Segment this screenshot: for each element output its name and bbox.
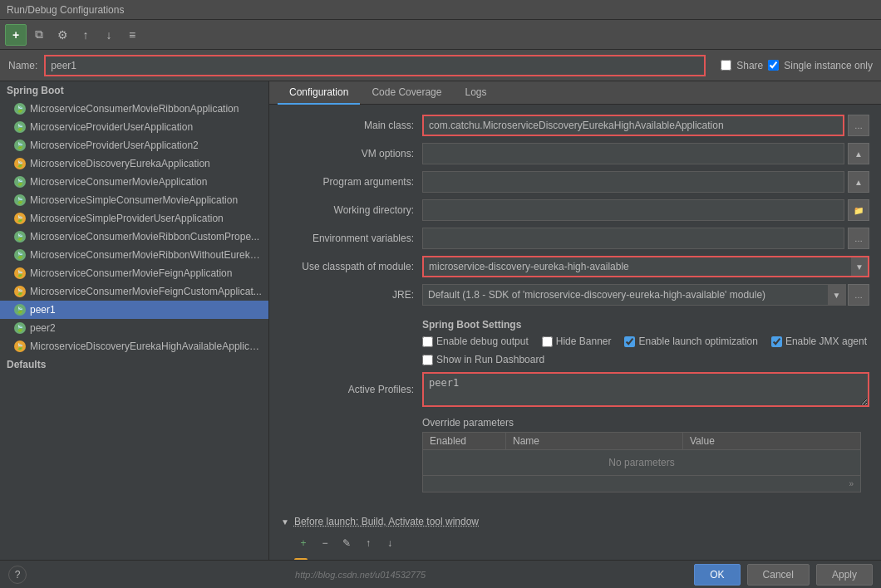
- show-run-row: Show in Run Dashboard: [281, 354, 869, 372]
- move-up-button[interactable]: ↑: [75, 24, 96, 46]
- tab-configuration[interactable]: Configuration: [278, 81, 360, 105]
- spring-icon: 🍃: [13, 248, 27, 262]
- sidebar-item-feign-custom[interactable]: 🍃 MicroserviceConsumerMovieFeignCustomAp…: [0, 282, 268, 301]
- env-vars-browse-button[interactable]: …: [848, 228, 869, 249]
- override-table-header: Enabled Name Value: [423, 433, 860, 450]
- enable-jmx-label: Enable JMX agent: [785, 336, 867, 347]
- enable-jmx-checkbox-item[interactable]: Enable JMX agent: [771, 336, 867, 347]
- sidebar-item-simple-provider[interactable]: 🍃 MicroserviceSimpleProviderUserApplicat…: [0, 209, 268, 228]
- jre-browse-button[interactable]: …: [848, 284, 869, 306]
- sidebar-item-ribbon-without[interactable]: 🍃 MicroserviceConsumerMovieRibbonWithout…: [0, 246, 268, 264]
- env-vars-input-group: …: [422, 228, 869, 249]
- copy-button[interactable]: ⧉: [28, 24, 50, 46]
- classpath-dropdown-button[interactable]: ▼: [851, 256, 869, 277]
- bottom-bar: ? http://blog.csdn.net/u014532775 OK Can…: [0, 560, 881, 588]
- working-dir-input[interactable]: [422, 199, 844, 221]
- spring-boot-checkboxes: Enable debug output Hide Banner Enable l…: [281, 336, 869, 354]
- enable-launch-checkbox-item[interactable]: Enable launch optimization: [624, 336, 757, 347]
- override-table-body: No parameters: [423, 450, 860, 475]
- spring-icon: 🍃: [13, 102, 27, 115]
- spring-icon: 🍃: [13, 175, 27, 189]
- tab-logs[interactable]: Logs: [453, 81, 498, 105]
- vm-options-row: VM options: ▲: [281, 143, 869, 164]
- sidebar-item-label: MicroserviceSimpleConsumerMovieApplicati…: [30, 194, 238, 206]
- classpath-row: Use classpath of module: microservice-di…: [281, 256, 869, 277]
- sidebar-item-eureka-ha[interactable]: 🍃 MicroserviceDiscoveryEurekaHighAvailab…: [0, 337, 268, 355]
- sidebar-item-consumer-movie[interactable]: 🍃 MicroserviceConsumerMovieApplication: [0, 173, 268, 191]
- vm-options-input[interactable]: [422, 143, 844, 164]
- jre-select[interactable]: Default (1.8 - SDK of 'microservice-disc…: [422, 284, 828, 306]
- before-launch-add-button[interactable]: +: [294, 534, 313, 552]
- sort-button[interactable]: ≡: [121, 24, 143, 46]
- show-run-checkbox[interactable]: [422, 355, 433, 365]
- sidebar-item-peer2[interactable]: 🍃 peer2: [0, 319, 268, 337]
- vm-options-input-group: ▲: [422, 143, 869, 164]
- sidebar-item-eureka[interactable]: 🍃 MicroserviceDiscoveryEurekaApplication: [0, 154, 268, 173]
- sidebar-item-label: MicroserviceDiscoveryEurekaHighAvailable…: [30, 341, 262, 352]
- override-col-value: Value: [683, 433, 860, 449]
- program-args-input[interactable]: [422, 171, 844, 193]
- sidebar-item-simple-consumer[interactable]: 🍃 MicroserviceSimpleConsumerMovieApplica…: [0, 191, 268, 209]
- jre-row: JRE: Default (1.8 - SDK of 'microservice…: [281, 284, 869, 306]
- enable-debug-checkbox-item[interactable]: Enable debug output: [422, 336, 529, 347]
- spring-icon: 🍃: [13, 285, 27, 298]
- main-class-browse-button[interactable]: …: [848, 115, 869, 136]
- program-args-input-group: ▲: [422, 171, 869, 193]
- sidebar-item-label: MicroserviceProviderUserApplication: [30, 121, 193, 133]
- hide-banner-checkbox-item[interactable]: Hide Banner: [542, 336, 612, 347]
- before-launch-up-button[interactable]: ↑: [359, 534, 377, 552]
- main-class-input[interactable]: [422, 115, 844, 136]
- add-button[interactable]: +: [5, 24, 27, 46]
- program-args-expand-button[interactable]: ▲: [848, 171, 869, 193]
- show-run-checkbox-item[interactable]: Show in Run Dashboard: [422, 354, 544, 365]
- before-launch-edit-button[interactable]: ✎: [337, 534, 356, 552]
- classpath-select-group: microservice-discovery-eureka-high-avail…: [422, 256, 869, 277]
- move-down-button[interactable]: ↓: [98, 24, 120, 46]
- spring-icon: 🍃: [13, 303, 27, 316]
- sidebar-item-label: MicroserviceConsumerMovieRibbonWithoutEu…: [30, 249, 262, 261]
- configure-button[interactable]: ⚙: [52, 24, 73, 46]
- config-form: Main class: … VM options: ▲ Program argu…: [269, 105, 881, 502]
- spring-icon: 🍃: [13, 321, 27, 335]
- hide-banner-checkbox[interactable]: [542, 336, 553, 347]
- before-launch-header[interactable]: ▼ Before launch: Build, Activate tool wi…: [281, 512, 869, 531]
- defaults-item[interactable]: Defaults: [0, 355, 268, 374]
- jre-dropdown-button[interactable]: ▼: [828, 284, 846, 306]
- sidebar-item-provider[interactable]: 🍃 MicroserviceProviderUserApplication: [0, 118, 268, 136]
- enable-launch-checkbox[interactable]: [624, 336, 635, 347]
- active-profiles-input[interactable]: peer1: [422, 372, 869, 407]
- main-layout: Spring Boot 🍃 MicroserviceConsumerMovieR…: [0, 81, 881, 560]
- env-vars-input[interactable]: [422, 228, 844, 249]
- ok-button[interactable]: OK: [694, 564, 740, 586]
- sidebar-item-feign[interactable]: 🍃 MicroserviceConsumerMovieFeignApplicat…: [0, 264, 268, 282]
- enable-jmx-checkbox[interactable]: [771, 336, 782, 347]
- single-instance-checkbox[interactable]: [768, 60, 779, 71]
- sidebar-item-peer1[interactable]: 🍃 peer1: [0, 301, 268, 319]
- up-arrow-icon: ↑: [83, 28, 89, 42]
- expand-button[interactable]: »: [845, 478, 857, 490]
- share-checkbox[interactable]: [721, 60, 731, 71]
- tabs-bar: Configuration Code Coverage Logs: [269, 81, 881, 105]
- before-launch-remove-button[interactable]: −: [316, 534, 334, 552]
- working-dir-browse-button[interactable]: 📁: [848, 199, 869, 221]
- sidebar-item-label: MicroserviceConsumerMovieFeignApplicatio…: [30, 267, 232, 279]
- override-title: Override parameters: [281, 414, 869, 432]
- before-launch-down-button[interactable]: ↓: [381, 534, 399, 552]
- apply-button[interactable]: Apply: [816, 564, 873, 586]
- enable-debug-checkbox[interactable]: [422, 336, 433, 347]
- spring-icon: 🍃: [13, 157, 27, 170]
- before-launch-title: Before launch: Build, Activate tool wind…: [294, 516, 479, 527]
- classpath-select[interactable]: microservice-discovery-eureka-high-avail…: [422, 256, 851, 277]
- override-col-name: Name: [506, 433, 683, 449]
- help-button[interactable]: ?: [8, 566, 27, 584]
- sidebar-item-ribbon[interactable]: 🍃 MicroserviceConsumerMovieRibbonApplica…: [0, 100, 268, 118]
- cancel-button[interactable]: Cancel: [747, 564, 810, 586]
- tab-coverage[interactable]: Code Coverage: [360, 81, 453, 105]
- name-input[interactable]: [44, 55, 706, 76]
- vm-options-expand-button[interactable]: ▲: [848, 143, 869, 164]
- override-table: Enabled Name Value No parameters »: [422, 432, 861, 492]
- active-profiles-label: Active Profiles:: [281, 384, 422, 395]
- sidebar-item-provider2[interactable]: 🍃 MicroserviceProviderUserApplication2: [0, 136, 268, 154]
- sidebar-item-ribbon-custom[interactable]: 🍃 MicroserviceConsumerMovieRibbonCustomP…: [0, 228, 268, 246]
- override-table-footer: »: [423, 475, 860, 492]
